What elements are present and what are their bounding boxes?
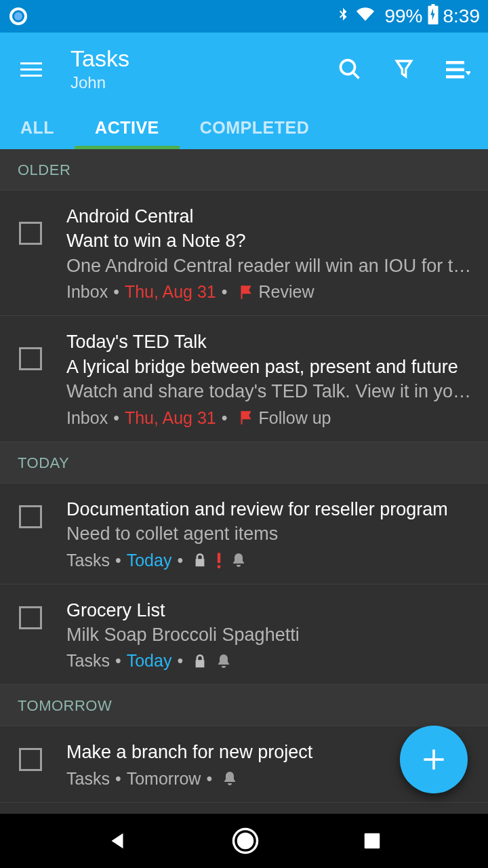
task-meta: Inbox •Thu, Aug 31 • Follow up	[66, 408, 477, 428]
task-meta: Tasks •Today •	[66, 651, 477, 671]
task-title: Android Central	[66, 204, 477, 229]
flag-icon	[237, 283, 255, 301]
task-folder: Tasks	[66, 769, 110, 789]
back-button[interactable]	[106, 829, 129, 852]
battery-icon	[427, 4, 439, 29]
lock-icon	[192, 652, 207, 670]
reminder-icon	[222, 770, 238, 787]
tab-completed[interactable]: COMPLETED	[180, 106, 329, 149]
app-indicator-icon	[9, 7, 27, 25]
task-row[interactable]: Android CentralWant to win a Note 8?One …	[0, 191, 488, 316]
section-header: OLDER	[0, 149, 488, 191]
task-folder: Inbox	[66, 408, 108, 428]
svg-rect-11	[365, 833, 380, 849]
wifi-icon	[354, 5, 376, 28]
svg-rect-5	[218, 553, 220, 563]
task-preview: Need to collet agent items	[66, 521, 477, 546]
battery-percent: 99%	[384, 5, 422, 27]
svg-point-0	[341, 60, 355, 75]
add-task-button[interactable]	[400, 726, 468, 793]
task-row[interactable]: Grocery ListMilk Soap Broccoli Spaghetti…	[0, 585, 488, 686]
home-button[interactable]	[231, 827, 260, 855]
task-row[interactable]: Today's TED TalkA lyrical bridge between…	[0, 316, 488, 441]
task-row[interactable]: Documentation and review for reseller pr…	[0, 484, 488, 585]
task-due: Tomorrow	[127, 769, 201, 789]
task-preview: One Android Central reader will win an I…	[66, 254, 477, 278]
svg-point-10	[238, 834, 252, 848]
status-bar: 99% 8:39	[0, 0, 488, 33]
task-tag: Follow up	[259, 408, 331, 428]
tab-active[interactable]: ACTIVE	[75, 106, 180, 149]
task-folder: Tasks	[66, 651, 110, 671]
task-title: Documentation and review for reseller pr…	[66, 497, 477, 521]
filter-button[interactable]	[393, 57, 415, 81]
svg-line-1	[353, 73, 359, 79]
task-meta: Tasks •Today •	[66, 551, 477, 570]
sort-button[interactable]	[446, 59, 470, 79]
task-checkbox[interactable]	[19, 222, 42, 245]
section-header: TOMORROW	[0, 685, 488, 726]
task-checkbox[interactable]	[19, 606, 42, 629]
task-checkbox[interactable]	[19, 505, 42, 528]
page-title: Tasks	[70, 46, 129, 71]
tab-all[interactable]: ALL	[0, 106, 75, 149]
menu-button[interactable]	[15, 57, 47, 82]
priority-icon	[216, 551, 222, 569]
task-folder: Tasks	[66, 551, 110, 570]
task-title: Today's TED Talk	[66, 330, 477, 354]
task-due: Today	[127, 651, 172, 671]
task-due: Today	[127, 551, 172, 570]
lock-icon	[192, 551, 207, 569]
reminder-icon	[230, 551, 247, 569]
app-bar: Tasks John ALLACTIVECOMPLETED	[0, 33, 488, 149]
clock: 8:39	[443, 5, 481, 27]
task-tag: Review	[259, 282, 314, 302]
reminder-icon	[216, 652, 232, 670]
system-nav-bar	[0, 814, 488, 868]
task-subtitle: Want to win a Note 8?	[66, 229, 477, 253]
bluetooth-icon	[336, 4, 350, 29]
search-button[interactable]	[338, 57, 362, 81]
task-folder: Inbox	[66, 282, 108, 302]
page-subtitle: John	[70, 73, 129, 92]
tabs: ALLACTIVECOMPLETED	[0, 106, 488, 149]
svg-rect-6	[218, 566, 220, 568]
task-checkbox[interactable]	[19, 748, 42, 771]
recents-button[interactable]	[362, 831, 382, 851]
flag-icon	[237, 409, 255, 427]
task-due: Thu, Aug 31	[125, 282, 216, 302]
task-title: Grocery List	[66, 598, 477, 623]
task-preview: Milk Soap Broccoli Spaghetti	[66, 623, 477, 647]
task-preview: Watch and share today's TED Talk. View i…	[66, 379, 477, 403]
task-checkbox[interactable]	[19, 347, 42, 370]
svg-rect-3	[446, 68, 464, 72]
section-header: TODAY	[0, 442, 488, 484]
svg-rect-4	[446, 75, 464, 79]
svg-rect-2	[446, 61, 464, 64]
task-list[interactable]: OLDERAndroid CentralWant to win a Note 8…	[0, 149, 488, 814]
task-subtitle: A lyrical bridge between past, present a…	[66, 355, 477, 379]
task-meta: Inbox •Thu, Aug 31 • Review	[66, 282, 477, 302]
task-due: Thu, Aug 31	[125, 408, 216, 428]
